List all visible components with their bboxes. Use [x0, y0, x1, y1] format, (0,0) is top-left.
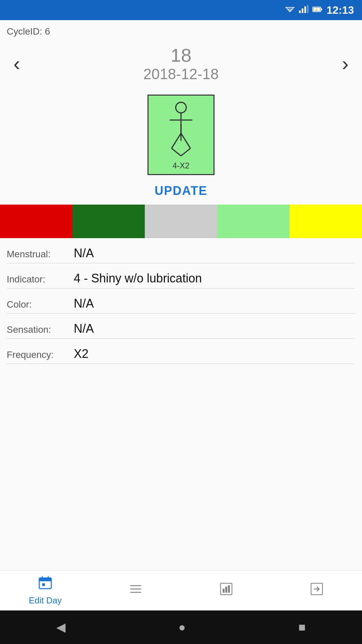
svg-rect-20	[42, 583, 45, 586]
symbol-card-container: 4-X2	[0, 88, 362, 178]
next-day-button[interactable]: ›	[342, 54, 349, 74]
svg-rect-5	[321, 8, 322, 10]
frequency-field: Frequency: X2	[7, 339, 355, 364]
svg-line-13	[181, 133, 190, 148]
indicator-field: Indicator: 4 - Shiny w/o lubrication	[7, 263, 355, 288]
symbol-code: 4-X2	[173, 161, 190, 170]
swatch-yellow[interactable]	[290, 205, 362, 238]
update-button-container: UPDATE	[0, 178, 362, 205]
swatch-dark-green[interactable]	[72, 205, 145, 238]
menstrual-field: Menstrual: N/A	[7, 238, 355, 263]
sensation-value: N/A	[74, 322, 94, 336]
swatch-gray[interactable]	[145, 205, 217, 238]
color-swatches	[0, 205, 362, 238]
nav-chart[interactable]	[181, 581, 272, 600]
wifi-icon	[285, 5, 295, 15]
cycle-id-row: CycleID: 6	[0, 20, 362, 40]
symbol-card: 4-X2	[147, 95, 215, 175]
svg-rect-17	[39, 578, 51, 581]
nav-list[interactable]	[90, 581, 181, 600]
cycle-id-value: 6	[45, 26, 50, 37]
export-icon	[309, 581, 324, 600]
color-label: Color:	[7, 299, 74, 310]
svg-rect-3	[307, 5, 308, 13]
status-time: 12:13	[326, 4, 354, 16]
color-field: Color: N/A	[7, 288, 355, 314]
sensation-field: Sensation: N/A	[7, 314, 355, 339]
android-nav-bar: ◀ ● ■	[0, 610, 362, 644]
sensation-label: Sensation:	[7, 324, 74, 335]
android-home-button[interactable]: ●	[178, 620, 186, 634]
edit-day-icon	[38, 575, 53, 594]
main-content: CycleID: 6 ‹ 18 2018-12-18 ›	[0, 20, 362, 570]
update-button[interactable]: UPDATE	[155, 184, 207, 198]
svg-rect-26	[225, 587, 227, 593]
indicator-label: Indicator:	[7, 274, 74, 285]
svg-rect-27	[228, 585, 230, 593]
nav-edit-day[interactable]: Edit Day	[0, 575, 90, 606]
svg-point-8	[176, 102, 186, 113]
menstrual-label: Menstrual:	[7, 249, 74, 260]
status-bar: ⚡ 12:13	[0, 0, 362, 20]
bottom-nav: Edit Day	[0, 570, 362, 610]
swatch-light-green[interactable]	[217, 205, 290, 238]
nav-export[interactable]	[272, 581, 362, 600]
list-icon	[128, 581, 143, 600]
signal-icon	[299, 5, 308, 15]
frequency-label: Frequency:	[7, 350, 74, 360]
fields-section: Menstrual: N/A Indicator: 4 - Shiny w/o …	[0, 238, 362, 570]
battery-icon: ⚡	[312, 5, 322, 15]
svg-text:⚡: ⚡	[314, 8, 318, 12]
android-back-button[interactable]: ◀	[56, 620, 66, 634]
frequency-value: X2	[74, 347, 88, 361]
chart-icon	[219, 581, 234, 600]
day-navigation: ‹ 18 2018-12-18 ›	[0, 40, 362, 88]
day-number: 18	[143, 45, 219, 66]
svg-rect-1	[302, 8, 303, 13]
svg-line-15	[181, 148, 190, 156]
svg-line-12	[172, 133, 181, 148]
cycle-id-label: CycleID:	[7, 26, 42, 37]
svg-rect-25	[223, 589, 225, 593]
status-icons: ⚡ 12:13	[285, 4, 354, 16]
svg-rect-2	[304, 6, 306, 13]
day-info: 18 2018-12-18	[143, 45, 219, 83]
indicator-value: 4 - Shiny w/o lubrication	[74, 271, 202, 285]
symbol-figure-svg	[158, 99, 204, 160]
swatch-red[interactable]	[0, 205, 72, 238]
color-value: N/A	[74, 297, 94, 311]
edit-day-label: Edit Day	[29, 595, 62, 606]
menstrual-value: N/A	[74, 246, 94, 260]
svg-rect-0	[299, 10, 301, 13]
day-date: 2018-12-18	[143, 66, 219, 83]
prev-day-button[interactable]: ‹	[13, 54, 20, 74]
svg-line-14	[172, 148, 181, 156]
android-recents-button[interactable]: ■	[298, 620, 306, 634]
